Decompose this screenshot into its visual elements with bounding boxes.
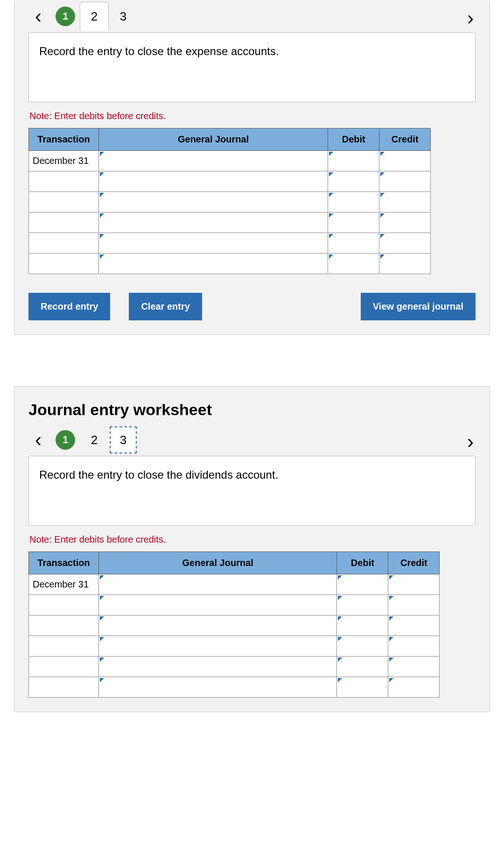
- instruction-text: Record the entry to close the dividends …: [39, 468, 278, 481]
- debit-cell[interactable]: [328, 151, 379, 171]
- prev-step-chevron-icon[interactable]: ‹: [28, 4, 48, 29]
- debit-cell[interactable]: [328, 192, 379, 212]
- instruction-box: Record the entry to close the expense ac…: [28, 32, 476, 102]
- step-2-label: 2: [91, 9, 98, 24]
- credit-cell[interactable]: [379, 171, 431, 192]
- step-3[interactable]: 3: [109, 425, 138, 454]
- general-journal-cell[interactable]: [99, 615, 337, 636]
- step-2-label: 2: [91, 433, 98, 447]
- debit-cell[interactable]: [337, 636, 388, 657]
- transaction-cell: December 31: [29, 574, 99, 595]
- worksheet-panel-step2: ‹ 1 2 3 › Record the entry to close the …: [14, 0, 490, 335]
- general-journal-cell[interactable]: [99, 233, 328, 254]
- col-header-credit: Credit: [379, 128, 431, 151]
- transaction-cell: [29, 677, 99, 698]
- transaction-cell: [29, 192, 99, 212]
- general-journal-cell[interactable]: [99, 595, 337, 615]
- credit-cell[interactable]: [379, 233, 431, 254]
- worksheet-title: Journal entry worksheet: [28, 387, 476, 424]
- general-journal-cell[interactable]: [99, 151, 328, 171]
- debit-cell[interactable]: [328, 254, 379, 274]
- col-header-credit: Credit: [388, 552, 440, 574]
- transaction-cell: [29, 636, 99, 657]
- col-header-debit: Debit: [328, 128, 379, 151]
- record-entry-button[interactable]: Record entry: [28, 293, 110, 320]
- next-step-chevron-icon[interactable]: ›: [461, 429, 480, 454]
- credit-cell[interactable]: [388, 677, 440, 698]
- note-text: Note: Enter debits before credits.: [28, 102, 476, 128]
- transaction-cell: [29, 254, 99, 274]
- transaction-cell: [29, 233, 99, 254]
- general-journal-cell[interactable]: [99, 254, 328, 274]
- transaction-cell: [29, 615, 99, 636]
- credit-cell[interactable]: [379, 192, 431, 212]
- debit-cell[interactable]: [337, 657, 388, 677]
- journal-table: Transaction General Journal Debit Credit…: [28, 552, 440, 698]
- step-1-circle: 1: [56, 430, 75, 450]
- credit-cell[interactable]: [379, 151, 431, 171]
- credit-cell[interactable]: [379, 254, 431, 274]
- step-nav: ‹ 1 2 3 ›: [28, 424, 476, 456]
- step-2[interactable]: 2: [80, 425, 109, 454]
- clear-entry-button[interactable]: Clear entry: [129, 293, 202, 320]
- general-journal-cell[interactable]: [99, 171, 328, 192]
- prev-step-chevron-icon[interactable]: ‹: [28, 427, 48, 453]
- general-journal-cell[interactable]: [99, 212, 328, 233]
- credit-cell[interactable]: [379, 212, 431, 233]
- step-2[interactable]: 2: [80, 2, 109, 31]
- general-journal-cell[interactable]: [99, 192, 328, 212]
- step-1-circle: 1: [56, 7, 75, 26]
- step-3-label: 3: [120, 433, 126, 447]
- journal-table: Transaction General Journal Debit Credit…: [28, 128, 431, 274]
- instruction-text: Record the entry to close the expense ac…: [39, 45, 279, 57]
- step-1[interactable]: 1: [51, 2, 80, 31]
- step-1[interactable]: 1: [51, 425, 80, 454]
- note-text: Note: Enter debits before credits.: [28, 526, 476, 552]
- step-nav: ‹ 1 2 3 ›: [28, 0, 476, 33]
- general-journal-cell[interactable]: [99, 657, 337, 677]
- instruction-box: Record the entry to close the dividends …: [28, 456, 476, 526]
- debit-cell[interactable]: [328, 212, 379, 233]
- credit-cell[interactable]: [388, 636, 440, 657]
- transaction-cell: [29, 212, 99, 233]
- view-general-journal-button[interactable]: View general journal: [361, 293, 476, 320]
- debit-cell[interactable]: [337, 595, 388, 615]
- debit-cell[interactable]: [337, 574, 388, 595]
- worksheet-panel-step3: Journal entry worksheet ‹ 1 2 3 › Record…: [14, 386, 490, 712]
- credit-cell[interactable]: [388, 657, 440, 677]
- general-journal-cell[interactable]: [99, 677, 337, 698]
- col-header-transaction: Transaction: [29, 552, 99, 574]
- transaction-cell: [29, 171, 99, 192]
- col-header-general-journal: General Journal: [99, 552, 337, 574]
- debit-cell[interactable]: [337, 615, 388, 636]
- debit-cell[interactable]: [328, 233, 379, 254]
- general-journal-cell[interactable]: [99, 636, 337, 657]
- step-3[interactable]: 3: [109, 2, 138, 31]
- credit-cell[interactable]: [388, 595, 440, 615]
- col-header-transaction: Transaction: [29, 128, 99, 151]
- transaction-cell: December 31: [29, 151, 99, 171]
- credit-cell[interactable]: [388, 574, 440, 595]
- step-3-label: 3: [120, 9, 126, 24]
- button-row: Record entry Clear entry View general jo…: [28, 274, 476, 320]
- credit-cell[interactable]: [388, 615, 440, 636]
- debit-cell[interactable]: [328, 171, 379, 192]
- general-journal-cell[interactable]: [99, 574, 337, 595]
- transaction-cell: [29, 595, 99, 615]
- col-header-general-journal: General Journal: [99, 128, 328, 151]
- col-header-debit: Debit: [337, 552, 388, 574]
- transaction-cell: [29, 657, 99, 677]
- debit-cell[interactable]: [337, 677, 388, 698]
- next-step-chevron-icon[interactable]: ›: [461, 6, 480, 31]
